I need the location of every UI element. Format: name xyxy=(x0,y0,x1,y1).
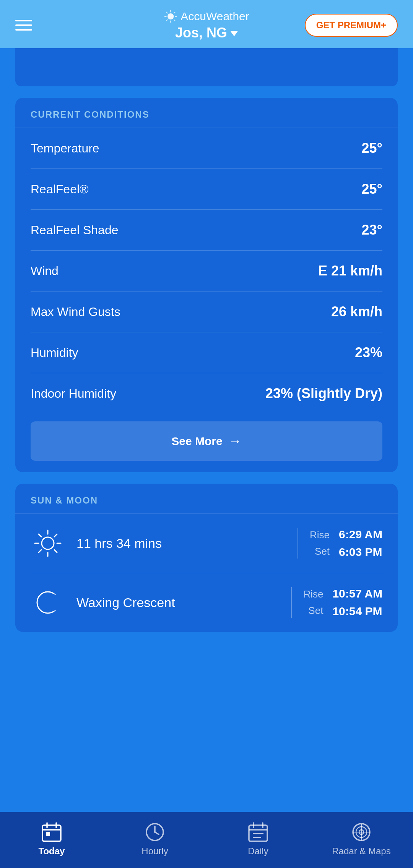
moon-rise-time: 10:57 AM xyxy=(332,587,382,600)
realfeel-shade-label: RealFeel Shade xyxy=(31,223,118,237)
realfeel-shade-value: 23° xyxy=(362,222,382,238)
today-icon xyxy=(41,821,62,843)
realfeel-value: 25° xyxy=(362,181,382,197)
sun-icon xyxy=(31,526,65,560)
current-conditions-header: CURRENT CONDITIONS xyxy=(15,98,398,128)
moon-values: 10:57 AM 10:54 PM xyxy=(332,587,382,618)
nav-daily[interactable]: Daily xyxy=(220,821,296,857)
wind-label: Wind xyxy=(31,264,59,278)
temperature-row: Temperature 25° xyxy=(31,128,382,169)
moon-phase: Waxing Crescent xyxy=(76,595,280,610)
accuweather-logo: AccuWeather xyxy=(164,10,249,23)
svg-point-9 xyxy=(42,537,54,549)
logo-sun-icon xyxy=(164,10,177,23)
moon-svg-icon xyxy=(33,587,63,618)
main-content: CURRENT CONDITIONS Temperature 25° RealF… xyxy=(0,86,413,812)
nav-radar-label: Radar & Maps xyxy=(332,846,390,857)
nav-today-label: Today xyxy=(39,846,65,857)
sun-svg-icon xyxy=(33,528,63,559)
arrow-right-icon: → xyxy=(229,434,242,449)
radar-svg-icon xyxy=(351,821,372,843)
moon-set-label: Set xyxy=(308,605,323,617)
sun-set-label: Set xyxy=(315,546,330,557)
current-conditions-card: CURRENT CONDITIONS Temperature 25° RealF… xyxy=(15,98,398,472)
top-partial-card xyxy=(15,48,398,86)
sun-row: 11 hrs 34 mins Rise Set 6:29 AM 6:03 PM xyxy=(31,514,382,573)
temperature-value: 25° xyxy=(362,140,382,156)
svg-line-7 xyxy=(174,12,175,13)
max-wind-gusts-value: 26 km/h xyxy=(331,304,382,320)
clock-svg-icon xyxy=(144,821,166,843)
svg-line-17 xyxy=(39,550,41,552)
premium-button[interactable]: GET PREMIUM+ xyxy=(305,14,398,37)
svg-point-19 xyxy=(44,594,61,611)
see-more-label: See More xyxy=(171,435,222,448)
sun-divider xyxy=(298,528,298,559)
indoor-humidity-row: Indoor Humidity 23% (Slightly Dry) xyxy=(31,373,382,414)
location-label: Jos, NG xyxy=(175,25,227,41)
indoor-humidity-label: Indoor Humidity xyxy=(31,387,116,401)
header-center: AccuWeather Jos, NG xyxy=(164,10,249,41)
svg-line-27 xyxy=(155,832,159,834)
max-wind-gusts-label: Max Wind Gusts xyxy=(31,305,120,319)
menu-button[interactable] xyxy=(15,20,32,31)
sun-moon-card: SUN & MOON xyxy=(15,484,398,632)
humidity-value: 23% xyxy=(355,345,382,361)
sun-set-time: 6:03 PM xyxy=(339,546,382,559)
sun-duration: 11 hrs 34 mins xyxy=(76,536,286,551)
moon-row: Waxing Crescent Rise Set 10:57 AM 10:54 … xyxy=(31,573,382,632)
moon-labels: Rise Set xyxy=(303,588,323,617)
nav-hourly[interactable]: Hourly xyxy=(117,821,193,857)
nav-today[interactable]: Today xyxy=(13,821,90,857)
moon-times: Rise Set 10:57 AM 10:54 PM xyxy=(303,587,382,618)
sun-values: 6:29 AM 6:03 PM xyxy=(339,528,382,559)
sun-rise-time: 6:29 AM xyxy=(339,528,382,541)
svg-line-8 xyxy=(166,19,168,21)
indoor-humidity-value: 23% (Slightly Dry) xyxy=(265,385,382,402)
calendar-today-svg-icon xyxy=(41,821,62,843)
moon-set-time: 10:54 PM xyxy=(332,605,382,618)
nav-hourly-label: Hourly xyxy=(141,846,168,857)
nav-daily-label: Daily xyxy=(248,846,268,857)
humidity-label: Humidity xyxy=(31,346,78,360)
svg-line-15 xyxy=(54,550,57,552)
svg-line-14 xyxy=(39,534,41,537)
conditions-list: Temperature 25° RealFeel® 25° RealFeel S… xyxy=(15,128,398,414)
moon-icon xyxy=(31,585,65,620)
sun-times: Rise Set 6:29 AM 6:03 PM xyxy=(310,528,382,559)
realfeel-shade-row: RealFeel Shade 23° xyxy=(31,210,382,251)
svg-line-16 xyxy=(54,534,57,537)
bottom-nav: Today Hourly Daily xyxy=(0,812,413,868)
svg-rect-20 xyxy=(42,825,61,841)
see-more-button[interactable]: See More → xyxy=(31,421,382,461)
sun-labels: Rise Set xyxy=(310,529,330,557)
svg-rect-24 xyxy=(46,832,50,836)
moon-rise-label: Rise xyxy=(303,588,323,600)
max-wind-gusts-row: Max Wind Gusts 26 km/h xyxy=(31,291,382,332)
humidity-row: Humidity 23% xyxy=(31,332,382,373)
location-row[interactable]: Jos, NG xyxy=(175,25,238,41)
realfeel-label: RealFeel® xyxy=(31,182,89,196)
svg-line-5 xyxy=(166,12,168,13)
hourly-icon xyxy=(144,821,166,843)
location-chevron-icon xyxy=(230,31,238,36)
wind-value: E 21 km/h xyxy=(318,263,382,279)
sun-moon-header: SUN & MOON xyxy=(15,484,398,514)
app-name-label: AccuWeather xyxy=(180,10,249,23)
daily-icon xyxy=(247,821,269,843)
svg-point-0 xyxy=(167,13,174,19)
app-header: AccuWeather Jos, NG GET PREMIUM+ xyxy=(0,0,413,48)
calendar-daily-svg-icon xyxy=(247,821,269,843)
radar-icon xyxy=(351,821,372,843)
sun-rise-label: Rise xyxy=(310,529,330,541)
sun-moon-list: 11 hrs 34 mins Rise Set 6:29 AM 6:03 PM xyxy=(15,514,398,632)
realfeel-row: RealFeel® 25° xyxy=(31,169,382,210)
svg-line-6 xyxy=(174,19,175,21)
wind-row: Wind E 21 km/h xyxy=(31,251,382,291)
moon-divider xyxy=(291,587,292,618)
temperature-label: Temperature xyxy=(31,141,99,155)
nav-radar[interactable]: Radar & Maps xyxy=(323,821,400,857)
